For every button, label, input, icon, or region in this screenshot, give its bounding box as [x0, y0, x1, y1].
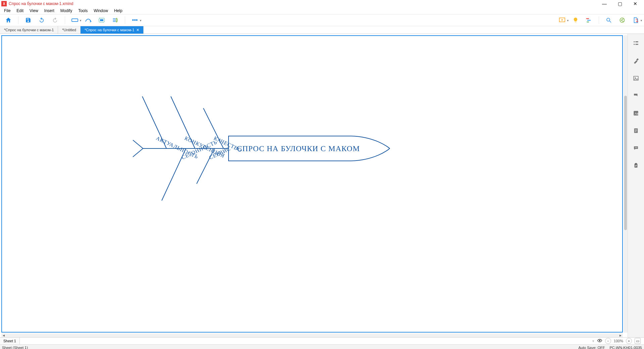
image-icon[interactable] — [632, 74, 640, 82]
task-icon[interactable] — [632, 162, 640, 170]
svg-rect-20 — [636, 41, 638, 42]
svg-rect-19 — [634, 41, 635, 42]
vertical-scrollbar[interactable] — [624, 35, 628, 333]
menu-file[interactable]: File — [1, 8, 13, 14]
scrollbar-thumb[interactable] — [624, 96, 627, 230]
menu-bar: File Edit View Insert Modify Tools Windo… — [0, 7, 644, 14]
fishbone-diagram[interactable]: СПРОС НА БУЛОЧКИ С МАКОМ АКТУАЛЬНОСТЬ КО… — [2, 36, 489, 328]
side-panel: Aa — [628, 34, 644, 337]
maximize-button[interactable]: ▢ — [615, 1, 625, 6]
svg-point-37 — [599, 340, 600, 341]
canvas-border: СПРОС НА БУЛОЧКИ С МАКОМ АКТУАЛЬНОСТЬ КО… — [1, 35, 623, 333]
tab-doc-3[interactable]: *Спрос на булочки с маком-1 ✕ — [81, 26, 144, 34]
status-left: Sheet (Sheet 1) — [2, 346, 28, 349]
svg-point-11 — [607, 18, 610, 21]
separator — [65, 16, 65, 24]
svg-line-18 — [622, 20, 623, 21]
horizontal-scrollbar[interactable]: ◄ ► — [1, 333, 623, 337]
notes-icon[interactable] — [632, 127, 640, 135]
tab-label: *Спрос на булочки с маком-1 — [4, 28, 54, 32]
export-icon[interactable]: ▼ — [631, 16, 640, 25]
tab-label: *Untitled — [62, 28, 76, 32]
svg-rect-10 — [587, 21, 589, 23]
share-icon[interactable] — [618, 16, 627, 25]
menu-modify[interactable]: Modify — [58, 8, 75, 14]
toolbar: ▼ •••▼ ▼ ▼ — [0, 14, 644, 26]
zoom-fit-button[interactable]: ▭ — [635, 338, 641, 344]
font-icon[interactable]: Aa — [632, 109, 640, 117]
svg-rect-36 — [635, 163, 637, 164]
separator — [18, 16, 18, 24]
redo-icon[interactable] — [51, 16, 59, 25]
visibility-icon[interactable] — [597, 339, 602, 343]
tab-label: *Спрос на булочки с маком-1 — [85, 28, 134, 32]
gantt-icon[interactable] — [585, 16, 593, 25]
zoom-value: 100% — [614, 339, 623, 343]
svg-point-33 — [636, 147, 636, 148]
app-icon: X — [1, 1, 7, 6]
format-icon[interactable] — [632, 57, 640, 65]
sheet-tab-label: Sheet 1 — [3, 339, 16, 343]
svg-point-25 — [635, 77, 636, 78]
scroll-left-icon[interactable]: ◄ — [1, 333, 6, 337]
undo-icon[interactable] — [37, 16, 46, 25]
workspace: СПРОС НА БУЛОЧКИ С МАКОМ АКТУАЛЬНОСТЬ КО… — [0, 34, 644, 337]
title-bar: X Спрос на булочки с маком-1.xmind — ▢ ✕ — [0, 0, 644, 7]
svg-marker-7 — [561, 19, 563, 21]
close-button[interactable]: ✕ — [631, 1, 640, 6]
zoom-out-button[interactable]: − — [605, 338, 611, 344]
svg-rect-2 — [100, 19, 103, 21]
tab-doc-1[interactable]: *Спрос на булочки с маком-1 — [0, 26, 58, 34]
fish-tail — [133, 140, 143, 157]
window-controls: — ▢ ✕ — [600, 1, 643, 6]
sheet-tabs-bar: Sheet 1 ▾ − 100% + ▭ — [0, 337, 644, 344]
svg-point-13 — [620, 18, 625, 23]
zoom-in-button[interactable]: + — [626, 338, 632, 344]
svg-point-34 — [637, 147, 637, 148]
menu-edit[interactable]: Edit — [14, 8, 26, 14]
status-bar: Sheet (Sheet 1) Auto Save: OFF PC-WN-KH0… — [0, 344, 644, 349]
home-icon[interactable] — [4, 16, 13, 25]
svg-line-12 — [609, 21, 611, 23]
scroll-right-icon[interactable]: ► — [618, 333, 623, 337]
brainstorm-icon[interactable] — [571, 16, 580, 25]
svg-rect-0 — [72, 19, 78, 21]
svg-rect-22 — [636, 44, 638, 45]
presentation-icon[interactable]: ▼ — [558, 16, 566, 25]
menu-help[interactable]: Help — [111, 8, 125, 14]
fish-head-label[interactable]: СПРОС НА БУЛОЧКИ С МАКОМ — [237, 144, 360, 153]
marker-icon[interactable] — [632, 92, 640, 100]
svg-rect-8 — [586, 18, 589, 19]
document-tabs: *Спрос на булочки с маком-1 *Untitled *С… — [0, 26, 644, 34]
search-icon[interactable] — [604, 16, 613, 25]
window-title: Спрос на булочки с маком-1.xmind — [9, 1, 73, 6]
close-icon[interactable]: ✕ — [136, 28, 139, 32]
filter-icon[interactable]: ▾ — [592, 339, 594, 343]
svg-line-17 — [622, 19, 623, 20]
menu-tools[interactable]: Tools — [76, 8, 90, 14]
menu-insert[interactable]: Insert — [42, 8, 57, 14]
topic-icon[interactable]: ▼ — [70, 16, 79, 25]
svg-point-32 — [635, 147, 636, 148]
comments-icon[interactable] — [632, 144, 640, 152]
sheet-tab-1[interactable]: Sheet 1 — [0, 338, 20, 344]
summary-icon[interactable] — [111, 16, 119, 25]
outline-icon[interactable] — [632, 39, 640, 47]
relationship-icon[interactable] — [84, 16, 93, 25]
svg-rect-23 — [636, 58, 639, 61]
status-autosave: Auto Save: OFF — [579, 346, 605, 349]
more-icon[interactable]: •••▼ — [131, 16, 139, 25]
menu-view[interactable]: View — [27, 8, 41, 14]
tab-doc-2[interactable]: *Untitled — [58, 26, 81, 34]
status-host: PC-WN-KH01-0035 — [609, 346, 642, 349]
svg-rect-9 — [587, 20, 591, 21]
canvas-area[interactable]: СПРОС НА БУЛОЧКИ С МАКОМ АКТУАЛЬНОСТЬ КО… — [0, 34, 628, 337]
save-icon[interactable] — [24, 16, 33, 25]
separator — [599, 16, 599, 24]
boundary-icon[interactable] — [97, 16, 106, 25]
separator — [125, 16, 125, 24]
svg-rect-21 — [634, 44, 635, 45]
menu-window[interactable]: Window — [91, 8, 111, 14]
minimize-button[interactable]: — — [600, 1, 609, 6]
svg-text:Aa: Aa — [635, 112, 638, 115]
